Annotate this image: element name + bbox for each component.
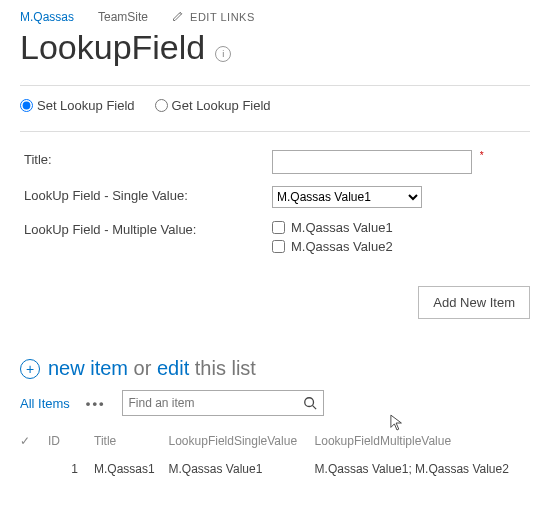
set-lookup-radio-input[interactable] bbox=[20, 99, 33, 112]
search-input[interactable] bbox=[123, 396, 297, 410]
col-check-header[interactable]: ✓ bbox=[20, 428, 48, 454]
multi-option-1-checkbox[interactable] bbox=[272, 221, 285, 234]
breadcrumb: M.Qassas TeamSite EDIT LINKS bbox=[20, 0, 530, 24]
col-multi-header[interactable]: LookupFieldMultipleValue bbox=[315, 428, 530, 454]
row-title-cell[interactable]: M.Qassas1 bbox=[94, 454, 169, 484]
row-single-cell[interactable]: M.Qassas Value1 bbox=[169, 454, 315, 484]
separator bbox=[20, 85, 530, 86]
search-icon[interactable] bbox=[297, 396, 323, 410]
new-item-rest: this list bbox=[195, 357, 256, 379]
col-single-header[interactable]: LookupFieldSingleValue bbox=[169, 428, 315, 454]
new-item-row: + new item or edit this list bbox=[20, 357, 530, 380]
row-id-cell[interactable]: 1 bbox=[48, 454, 94, 484]
multi-option-2-checkbox[interactable] bbox=[272, 240, 285, 253]
current-view-link[interactable]: All Items bbox=[20, 396, 70, 411]
multi-field-label: LookUp Field - Multiple Value: bbox=[20, 214, 268, 264]
info-icon[interactable]: i bbox=[215, 46, 231, 62]
edit-links-label: EDIT LINKS bbox=[190, 11, 255, 23]
table-header-row: ✓ ID Title LookupFieldSingleValue Lookup… bbox=[20, 428, 530, 454]
svg-point-0 bbox=[304, 398, 313, 407]
col-id-header[interactable]: ID bbox=[48, 428, 94, 454]
pencil-icon bbox=[172, 10, 184, 24]
items-table: ✓ ID Title LookupFieldSingleValue Lookup… bbox=[20, 428, 530, 484]
search-box bbox=[122, 390, 324, 416]
page-title: LookupField bbox=[20, 28, 205, 67]
title-field-label: Title: bbox=[20, 144, 268, 180]
multi-option-2-label: M.Qassas Value2 bbox=[291, 239, 393, 254]
set-lookup-radio-label: Set Lookup Field bbox=[37, 98, 135, 113]
separator bbox=[20, 131, 530, 132]
multi-option-1[interactable]: M.Qassas Value1 bbox=[272, 220, 526, 235]
single-value-select[interactable]: M.Qassas Value1 bbox=[272, 186, 422, 208]
new-item-link[interactable]: new item bbox=[48, 357, 128, 379]
multi-option-2[interactable]: M.Qassas Value2 bbox=[272, 239, 526, 254]
col-title-header[interactable]: Title bbox=[94, 428, 169, 454]
title-input[interactable] bbox=[272, 150, 472, 174]
svg-line-1 bbox=[312, 406, 316, 410]
required-star-icon: * bbox=[480, 150, 484, 161]
edit-links-button[interactable]: EDIT LINKS bbox=[172, 10, 255, 24]
add-new-item-button[interactable]: Add New Item bbox=[418, 286, 530, 319]
multi-option-1-label: M.Qassas Value1 bbox=[291, 220, 393, 235]
breadcrumb-site[interactable]: TeamSite bbox=[98, 10, 148, 24]
more-views-icon[interactable]: ••• bbox=[86, 396, 106, 411]
plus-icon[interactable]: + bbox=[20, 359, 40, 379]
row-multi-cell[interactable]: M.Qassas Value1; M.Qassas Value2 bbox=[315, 454, 530, 484]
mode-radio-group: Set Lookup Field Get Lookup Field bbox=[20, 98, 530, 113]
single-field-label: LookUp Field - Single Value: bbox=[20, 180, 268, 214]
multi-value-checklist: M.Qassas Value1 M.Qassas Value2 bbox=[272, 220, 526, 254]
table-row[interactable]: 1 M.Qassas1 M.Qassas Value1 M.Qassas Val… bbox=[20, 454, 530, 484]
set-lookup-radio[interactable]: Set Lookup Field bbox=[20, 98, 135, 113]
get-lookup-radio[interactable]: Get Lookup Field bbox=[155, 98, 271, 113]
breadcrumb-root[interactable]: M.Qassas bbox=[20, 10, 74, 24]
row-check-cell[interactable] bbox=[20, 454, 48, 484]
get-lookup-radio-label: Get Lookup Field bbox=[172, 98, 271, 113]
get-lookup-radio-input[interactable] bbox=[155, 99, 168, 112]
new-item-or: or bbox=[134, 357, 152, 379]
edit-list-link[interactable]: edit bbox=[157, 357, 189, 379]
